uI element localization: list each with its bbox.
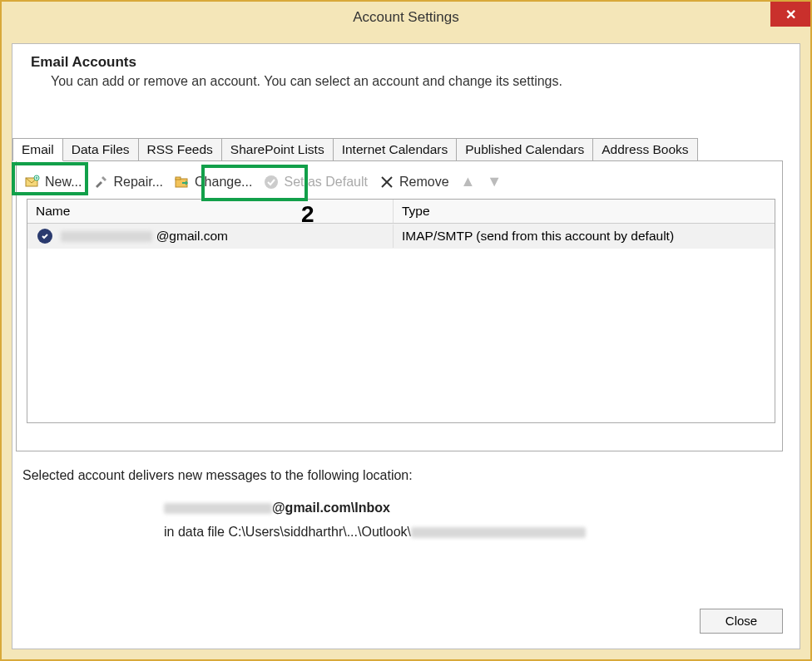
table-row[interactable]: @gmail.com IMAP/SMTP (send from this acc… <box>27 224 775 249</box>
tab-data-files[interactable]: Data Files <box>62 138 139 161</box>
tab-strip: Email Data Files RSS Feeds SharePoint Li… <box>12 137 800 160</box>
header-description: You can add or remove an account. You ca… <box>51 74 783 89</box>
column-header-type[interactable]: Type <box>394 200 775 223</box>
check-circle-icon <box>264 175 279 190</box>
tools-icon <box>93 175 108 190</box>
toolbar: New... Repair... Change... <box>17 161 782 199</box>
titlebar: Account Settings ✕ <box>2 2 810 33</box>
arrow-up-icon: ▲ <box>461 173 476 190</box>
tab-internet-calendars[interactable]: Internet Calendars <box>333 138 458 161</box>
delivery-line-2: in data file C:\Users\siddharthr\...\Out… <box>164 520 790 545</box>
close-button[interactable]: Close <box>700 609 783 634</box>
account-type-cell: IMAP/SMTP (send from this account by def… <box>394 224 775 248</box>
tab-sharepoint-lists[interactable]: SharePoint Lists <box>221 138 334 161</box>
account-name-suffix: @gmail.com <box>156 229 228 243</box>
close-button-label: Close <box>725 614 757 628</box>
account-settings-window: Account Settings ✕ Email Accounts You ca… <box>0 0 812 661</box>
remove-button[interactable]: Remove <box>379 175 449 190</box>
window-title: Account Settings <box>353 9 459 26</box>
new-account-label: New... <box>45 175 82 190</box>
accounts-table: Name Type @gmail.com IMAP/SMTP (send fro… <box>27 199 775 423</box>
change-label: Change... <box>195 175 252 190</box>
delivery-datafile-prefix: in data file C:\Users\siddharthr\...\Out… <box>164 525 411 539</box>
move-up-button: ▲ <box>461 173 476 190</box>
delivery-label: Selected account delivers new messages t… <box>22 468 790 483</box>
column-header-name[interactable]: Name <box>27 200 394 223</box>
delivery-path-suffix: @gmail.com\Inbox <box>272 501 390 515</box>
move-down-button: ▼ <box>487 173 502 190</box>
set-default-button: Set as Default <box>264 175 368 190</box>
redacted-datafile-suffix <box>411 527 586 538</box>
annotation-2: 2 <box>301 201 314 228</box>
repair-button[interactable]: Repair... <box>93 175 163 190</box>
tab-address-books[interactable]: Address Books <box>592 138 697 161</box>
remove-label: Remove <box>399 175 449 190</box>
arrow-down-icon: ▼ <box>487 173 502 190</box>
tab-body-wrapper: 2 New... Repair... <box>12 160 800 451</box>
table-header-row: Name Type <box>27 200 775 224</box>
change-folder-icon <box>175 175 190 190</box>
account-name-cell: @gmail.com <box>27 224 394 248</box>
tab-rss-feeds[interactable]: RSS Feeds <box>138 138 222 161</box>
content-area: Email Accounts You can add or remove an … <box>12 43 800 649</box>
set-default-label: Set as Default <box>284 175 368 190</box>
header-title: Email Accounts <box>31 54 783 71</box>
redacted-account-name <box>61 231 152 242</box>
delivery-line-1: @gmail.com\Inbox <box>164 496 790 520</box>
close-icon: ✕ <box>785 7 796 22</box>
tab-published-calendars[interactable]: Published Calendars <box>456 138 593 161</box>
default-account-check-icon <box>37 229 52 244</box>
svg-rect-5 <box>176 177 181 180</box>
tab-panel-email: 2 New... Repair... <box>16 160 783 451</box>
delivery-location-block: Selected account delivers new messages t… <box>12 451 800 545</box>
remove-x-icon <box>379 175 394 190</box>
tab-email[interactable]: Email <box>12 138 63 161</box>
repair-label: Repair... <box>113 175 163 190</box>
redacted-email-prefix <box>164 503 272 514</box>
window-close-button[interactable]: ✕ <box>770 2 810 27</box>
change-button[interactable]: Change... <box>175 175 252 190</box>
header-block: Email Accounts You can add or remove an … <box>12 44 800 97</box>
svg-point-6 <box>265 175 278 189</box>
new-mail-icon <box>25 175 40 190</box>
delivery-lines: @gmail.com\Inbox in data file C:\Users\s… <box>164 496 790 545</box>
new-account-button[interactable]: New... <box>25 175 82 190</box>
